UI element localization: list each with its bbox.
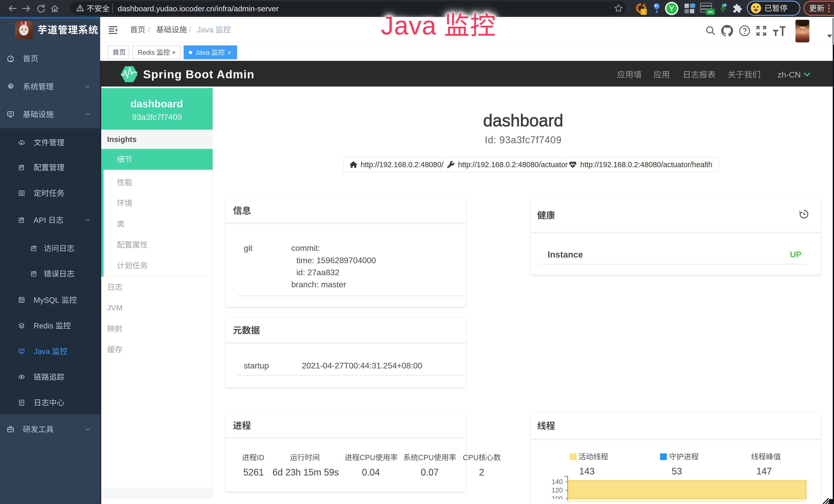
svg-text:1: 1 xyxy=(642,9,645,15)
svg-text:on: on xyxy=(708,9,713,14)
